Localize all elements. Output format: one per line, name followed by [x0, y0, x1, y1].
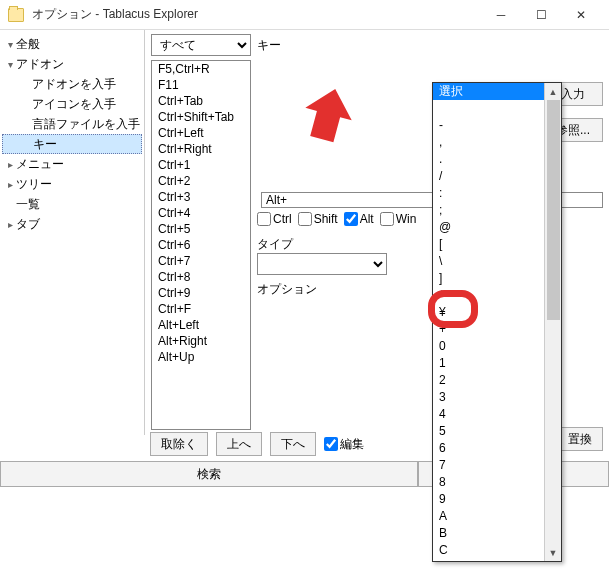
- tree-item-label: ツリー: [16, 176, 52, 193]
- dropdown-item[interactable]: +: [433, 321, 561, 338]
- scroll-up-icon[interactable]: ▲: [545, 83, 561, 100]
- dropdown-item[interactable]: 2: [433, 372, 561, 389]
- close-button[interactable]: ✕: [561, 1, 601, 29]
- folder-icon: [8, 8, 24, 22]
- shortcut-item[interactable]: Alt+Right: [152, 333, 250, 349]
- shortcut-item[interactable]: Ctrl+9: [152, 285, 250, 301]
- tree-item-label: タブ: [16, 216, 40, 233]
- dropdown-item[interactable]: .: [433, 151, 561, 168]
- dropdown-item[interactable]: /: [433, 168, 561, 185]
- shortcut-item[interactable]: Ctrl+4: [152, 205, 250, 221]
- dropdown-item[interactable]: C: [433, 542, 561, 559]
- tree-item-label: 一覧: [16, 196, 40, 213]
- window-title: オプション - Tablacus Explorer: [32, 6, 481, 23]
- tree-item-label: キー: [33, 136, 57, 153]
- tree-item-label: メニュー: [16, 156, 64, 173]
- chevron-icon: ▸: [4, 159, 16, 170]
- replace-button[interactable]: 置換: [557, 427, 603, 451]
- edit-checkbox[interactable]: 編集: [324, 436, 364, 453]
- options-label: オプション: [257, 282, 317, 296]
- tree-item[interactable]: ▸タブ: [2, 214, 142, 234]
- dropdown-item[interactable]: 0: [433, 338, 561, 355]
- shortcut-item[interactable]: Ctrl+5: [152, 221, 250, 237]
- tree-item[interactable]: ▸ツリー: [2, 174, 142, 194]
- dropdown-item[interactable]: A: [433, 508, 561, 525]
- tree-item[interactable]: 言語ファイルを入手: [2, 114, 142, 134]
- shortcut-item[interactable]: Alt+Up: [152, 349, 250, 365]
- tree-item[interactable]: アイコンを入手: [2, 94, 142, 114]
- up-button[interactable]: 上へ: [216, 432, 262, 456]
- shortcut-item[interactable]: Ctrl+Right: [152, 141, 250, 157]
- dropdown-item[interactable]: ,: [433, 134, 561, 151]
- minimize-button[interactable]: ─: [481, 1, 521, 29]
- shortcut-item[interactable]: F5,Ctrl+R: [152, 61, 250, 77]
- type-select[interactable]: [257, 253, 387, 275]
- dropdown-item[interactable]: 9: [433, 491, 561, 508]
- shortcut-item[interactable]: Ctrl+7: [152, 253, 250, 269]
- dropdown-item[interactable]: [: [433, 236, 561, 253]
- scroll-down-icon[interactable]: ▼: [545, 544, 561, 561]
- dropdown-item[interactable]: \: [433, 253, 561, 270]
- shortcut-item[interactable]: Ctrl+3: [152, 189, 250, 205]
- tree-item[interactable]: ▾全般: [2, 34, 142, 54]
- dropdown-item[interactable]: 3: [433, 389, 561, 406]
- type-label: タイプ: [257, 237, 293, 251]
- shortcut-item[interactable]: Ctrl+F: [152, 301, 250, 317]
- dropdown-item[interactable]: ;: [433, 202, 561, 219]
- tree-item[interactable]: ▸メニュー: [2, 154, 142, 174]
- tree-item[interactable]: キー: [2, 134, 142, 154]
- shortcut-item[interactable]: F11: [152, 77, 250, 93]
- dropdown-item[interactable]: 選択: [433, 83, 561, 100]
- chevron-icon: ▾: [4, 59, 16, 70]
- dropdown-item[interactable]: 8: [433, 474, 561, 491]
- tree-item-label: アドオンを入手: [32, 76, 116, 93]
- dropdown-item[interactable]: D: [433, 559, 561, 562]
- remove-button[interactable]: 取除く: [150, 432, 208, 456]
- shortcut-item[interactable]: Ctrl+Left: [152, 125, 250, 141]
- shortcut-list[interactable]: F5,Ctrl+RF11Ctrl+TabCtrl+Shift+TabCtrl+L…: [151, 60, 251, 430]
- scrollbar[interactable]: ▲ ▼: [544, 83, 561, 561]
- dropdown-item[interactable]: :: [433, 185, 561, 202]
- chevron-icon: ▸: [4, 219, 16, 230]
- dropdown-item[interactable]: ]: [433, 270, 561, 287]
- dropdown-item[interactable]: 7: [433, 457, 561, 474]
- tree-item[interactable]: ▾アドオン: [2, 54, 142, 74]
- down-button[interactable]: 下へ: [270, 432, 316, 456]
- tree-item-label: アイコンを入手: [32, 96, 116, 113]
- shortcut-item[interactable]: Ctrl+Tab: [152, 93, 250, 109]
- alt-checkbox[interactable]: Alt: [344, 212, 374, 226]
- key-dropdown[interactable]: 選択-,./:;@[\]^¥+0123456789ABCDEFG ▲ ▼: [432, 82, 562, 562]
- dropdown-item[interactable]: ¥: [433, 304, 561, 321]
- shortcut-item[interactable]: Ctrl+6: [152, 237, 250, 253]
- tree-item-label: アドオン: [16, 56, 64, 73]
- shortcut-item[interactable]: Ctrl+2: [152, 173, 250, 189]
- shortcut-item[interactable]: Ctrl+Shift+Tab: [152, 109, 250, 125]
- key-label: キー: [257, 37, 281, 54]
- shortcut-item[interactable]: Ctrl+8: [152, 269, 250, 285]
- scroll-thumb[interactable]: [547, 100, 560, 320]
- dropdown-item[interactable]: -: [433, 117, 561, 134]
- dropdown-item[interactable]: 1: [433, 355, 561, 372]
- search-button[interactable]: 検索: [0, 461, 418, 487]
- dropdown-item[interactable]: 5: [433, 423, 561, 440]
- ctrl-checkbox[interactable]: Ctrl: [257, 212, 292, 226]
- maximize-button[interactable]: ☐: [521, 1, 561, 29]
- dropdown-item[interactable]: [433, 100, 561, 117]
- dropdown-item[interactable]: ^: [433, 287, 561, 304]
- chevron-icon: ▾: [4, 39, 16, 50]
- shortcut-item[interactable]: Ctrl+1: [152, 157, 250, 173]
- tree-item-label: 全般: [16, 36, 40, 53]
- shortcut-item[interactable]: Alt+Left: [152, 317, 250, 333]
- filter-select[interactable]: すべて: [151, 34, 251, 56]
- chevron-icon: ▸: [4, 179, 16, 190]
- tree-item[interactable]: 一覧: [2, 194, 142, 214]
- dropdown-item[interactable]: B: [433, 525, 561, 542]
- nav-tree[interactable]: ▾全般▾アドオンアドオンを入手アイコンを入手言語ファイルを入手キー▸メニュー▸ツ…: [0, 30, 145, 435]
- shift-checkbox[interactable]: Shift: [298, 212, 338, 226]
- titlebar: オプション - Tablacus Explorer ─ ☐ ✕: [0, 0, 609, 30]
- win-checkbox[interactable]: Win: [380, 212, 417, 226]
- tree-item[interactable]: アドオンを入手: [2, 74, 142, 94]
- dropdown-item[interactable]: 4: [433, 406, 561, 423]
- dropdown-item[interactable]: 6: [433, 440, 561, 457]
- dropdown-item[interactable]: @: [433, 219, 561, 236]
